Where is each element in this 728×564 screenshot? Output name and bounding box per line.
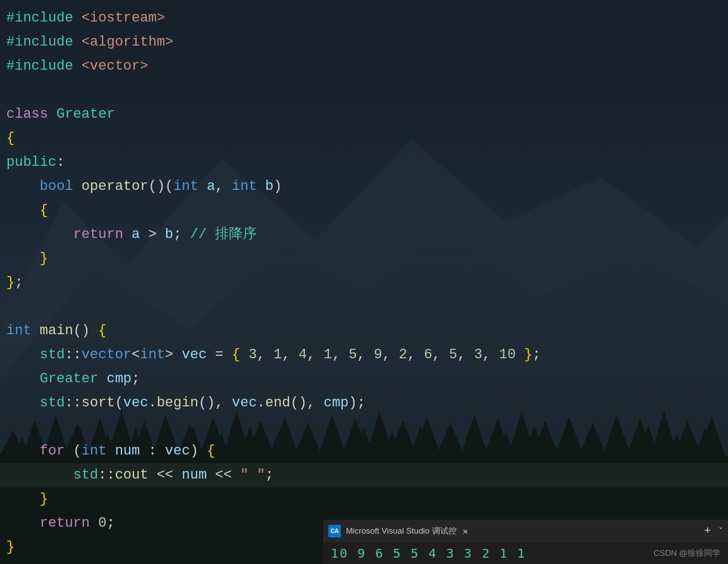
var-cmp-2: cmp bbox=[324, 391, 349, 415]
type-int-b: int bbox=[231, 175, 257, 199]
code-line-1: #include <iostream> bbox=[0, 6, 728, 30]
type-bool: bool bbox=[40, 175, 73, 199]
classname-greater-2: Greater bbox=[40, 367, 98, 391]
num-2: 2 bbox=[399, 343, 407, 367]
type-int-a: int bbox=[173, 175, 199, 199]
func-end: end bbox=[265, 391, 290, 415]
keyword-for: for bbox=[40, 439, 65, 463]
var-num-2: num bbox=[182, 463, 207, 487]
terminal-add-button[interactable]: + bbox=[704, 525, 711, 537]
code-line-11: } bbox=[0, 247, 728, 271]
terminal-tabs: CA Microsoft Visual Studio 调试控 ✕ + ˅ bbox=[323, 520, 728, 542]
credit-text: CSDN @徐徐同学 bbox=[653, 548, 720, 559]
header-3: <vector> bbox=[82, 54, 149, 78]
code-line-5: class Greater bbox=[0, 103, 728, 127]
type-vector: vector bbox=[82, 343, 132, 367]
namespace-std-3: std bbox=[73, 463, 99, 487]
type-int-main: int bbox=[6, 319, 32, 343]
var-num: num bbox=[115, 439, 140, 463]
func-sort: sort bbox=[82, 391, 115, 415]
header-2: <algorithm> bbox=[82, 30, 173, 54]
code-line-2: #include <algorithm> bbox=[0, 30, 728, 54]
num-4: 4 bbox=[299, 343, 307, 367]
code-line-20: std :: cout << num << " " ; bbox=[0, 463, 728, 487]
func-main: main bbox=[40, 319, 73, 343]
code-line-16: Greater cmp ; bbox=[0, 367, 728, 391]
output-numbers: 10 9 6 5 5 4 3 3 2 1 1 bbox=[331, 546, 526, 561]
terminal-bar: CA Microsoft Visual Studio 调试控 ✕ + ˅ 10 … bbox=[323, 520, 728, 564]
terminal-chevron-button[interactable]: ˅ bbox=[719, 526, 723, 537]
preprocessor-3: #include bbox=[6, 54, 73, 78]
preprocessor-1: #include bbox=[6, 6, 73, 30]
brace-main-open: { bbox=[98, 319, 106, 343]
num-6: 6 bbox=[424, 343, 432, 367]
brace-open: { bbox=[6, 127, 15, 151]
var-b: b bbox=[265, 175, 273, 199]
code-line-21: } bbox=[0, 487, 728, 511]
var-vec-3: vec bbox=[231, 391, 257, 415]
code-line-18 bbox=[0, 415, 728, 439]
terminal-tab-icon: CA bbox=[328, 525, 341, 537]
num-5b: 5 bbox=[449, 343, 457, 367]
var-b-ret: b bbox=[165, 223, 173, 247]
var-vec-for: vec bbox=[165, 439, 190, 463]
header-1: <iostream> bbox=[82, 6, 165, 30]
keyword-public: public bbox=[6, 151, 56, 175]
preprocessor-2: #include bbox=[6, 30, 73, 54]
keyword-return: return bbox=[73, 223, 123, 247]
num-3a: 3 bbox=[249, 343, 257, 367]
code-line-10: return a > b ; // 排降序 bbox=[0, 223, 728, 247]
terminal-output: 10 9 6 5 5 4 3 3 2 1 1 CSDN @徐徐同学 bbox=[323, 542, 728, 564]
var-vec-2: vec bbox=[123, 391, 149, 415]
brace-for-close: } bbox=[40, 487, 48, 511]
type-int-for: int bbox=[82, 439, 107, 463]
num-3b: 3 bbox=[474, 343, 482, 367]
func-begin: begin bbox=[157, 391, 199, 415]
comment-sort: // 排降序 bbox=[190, 223, 257, 247]
type-int-vec: int bbox=[140, 343, 165, 367]
code-line-8: bool operator ()( int a , int b ) bbox=[0, 175, 728, 199]
code-area: #include <iostream> #include <algorithm>… bbox=[0, 0, 728, 564]
code-line-6: { bbox=[0, 127, 728, 151]
editor-container: #include <iostream> #include <algorithm>… bbox=[0, 0, 728, 564]
num-1a: 1 bbox=[274, 343, 282, 367]
num-zero: 0 bbox=[98, 511, 106, 536]
brace-vec-close: } bbox=[524, 343, 533, 367]
num-1b: 1 bbox=[324, 343, 332, 367]
code-line-19: for ( int num : vec ) { bbox=[0, 439, 728, 463]
brace-vec-open: { bbox=[231, 343, 240, 367]
brace-close-2: } bbox=[6, 271, 15, 295]
code-line-12: } ; bbox=[0, 271, 728, 295]
var-a: a bbox=[207, 175, 215, 199]
classname-greater: Greater bbox=[56, 103, 114, 127]
brace-main-close: } bbox=[6, 536, 15, 560]
var-vec: vec bbox=[182, 343, 207, 367]
terminal-close-button[interactable]: ✕ bbox=[463, 526, 468, 537]
code-line-3: #include <vector> bbox=[0, 54, 728, 78]
code-line-17: std :: sort ( vec . begin (), vec . end … bbox=[0, 391, 728, 415]
code-line-13 bbox=[0, 295, 728, 319]
code-line-9: { bbox=[0, 199, 728, 223]
terminal-tab-label: Microsoft Visual Studio 调试控 bbox=[346, 525, 457, 537]
keyword-class: class bbox=[6, 103, 48, 127]
var-cmp-1: cmp bbox=[106, 367, 132, 391]
func-cout: cout bbox=[115, 463, 149, 487]
string-space: " " bbox=[240, 463, 266, 487]
num-9: 9 bbox=[374, 343, 382, 367]
namespace-std-1: std bbox=[40, 343, 65, 367]
var-a-ret: a bbox=[132, 223, 140, 247]
terminal-icon-text: CA bbox=[330, 527, 338, 535]
brace-close-1: } bbox=[40, 247, 48, 271]
num-5a: 5 bbox=[349, 343, 357, 367]
brace-for-open: { bbox=[207, 439, 215, 463]
num-10: 10 bbox=[499, 343, 515, 367]
code-line-15: std :: vector < int > vec = { 3 , 1 , 4 … bbox=[0, 343, 728, 367]
code-line-7: public : bbox=[0, 151, 728, 175]
func-operator: operator bbox=[82, 175, 149, 199]
keyword-return-2: return bbox=[40, 511, 90, 536]
namespace-std-2: std bbox=[40, 391, 65, 415]
code-line-14: int main () { bbox=[0, 319, 728, 343]
brace-open-2: { bbox=[40, 199, 48, 223]
code-line-4 bbox=[0, 78, 728, 103]
